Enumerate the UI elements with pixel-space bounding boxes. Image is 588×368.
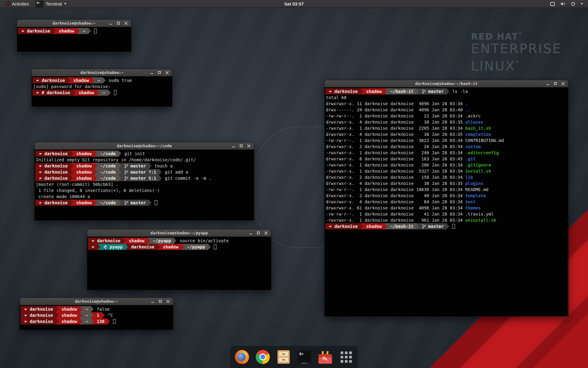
terminal-line: darknoiseshadow~sudo true bbox=[32, 77, 172, 83]
terminal-line: darknoiseshadow~/bash-itmasterls -la bbox=[325, 88, 568, 94]
redhat-icon bbox=[91, 245, 95, 249]
powerline-separator bbox=[157, 244, 160, 250]
terminal-line: drwxrwxr-x. 4 darknoise darknoise 38 Jan… bbox=[325, 180, 568, 186]
ls-entry-meta: drwxrwxr-x. 4 darknoise darknoise 84 Jan… bbox=[326, 199, 465, 204]
volume-icon[interactable] bbox=[560, 2, 566, 6]
powerline-separator bbox=[70, 200, 73, 206]
powerline-separator bbox=[70, 163, 73, 169]
window-titlebar[interactable]: darknoise@shadow:~ bbox=[20, 298, 173, 305]
maximize-icon[interactable] bbox=[553, 82, 557, 86]
powerline-separator bbox=[94, 163, 97, 169]
window-titlebar[interactable]: darknoise@shadow:~/bash-it bbox=[325, 80, 568, 87]
close-icon[interactable] bbox=[124, 21, 128, 25]
maximize-icon[interactable] bbox=[116, 21, 120, 25]
ls-entry-meta: drwxrwxr-x. 11 darknoise darknoise 4096 … bbox=[326, 101, 465, 106]
ls-entry-filename: completion bbox=[465, 132, 491, 137]
command-text: source bin/activate bbox=[179, 238, 228, 244]
prompt-segment-maroon: darknoise bbox=[18, 28, 53, 34]
prompt-segment-gray: ~/code bbox=[97, 175, 119, 181]
firefox-icon[interactable] bbox=[235, 350, 249, 364]
terminal-body[interactable]: darknoiseshadow~ bbox=[17, 27, 131, 34]
terminal-line: -rwxrwxr-x. 1 darknoise darknoise 961 Ja… bbox=[325, 217, 568, 223]
ls-entry-filename: .gitignore bbox=[465, 163, 491, 167]
terminal-body[interactable]: darknoiseshadow~/codegit initInitialized… bbox=[35, 150, 254, 206]
terminal-line: -rwxrwxr-x. 1 darknoise darknoise 240 Ja… bbox=[325, 150, 568, 156]
prompt-segment-maroon: darknoise bbox=[35, 151, 70, 157]
terminal-body[interactable]: darknoiseshadow~falsedarknoiseshadow~1^C… bbox=[20, 305, 173, 324]
powerline-separator bbox=[56, 318, 58, 324]
app-menu[interactable]: $> Terminal bbox=[34, 0, 68, 8]
activities-button[interactable]: Activities bbox=[3, 0, 31, 8]
terminal-body[interactable]: darknoiseshadow~/pyappsource bin/activat… bbox=[87, 237, 271, 250]
ls-entry-meta: drwxrwxr-x. 2 darknoise darknoise 40 Jan… bbox=[326, 193, 465, 198]
app-grid-icon[interactable] bbox=[339, 350, 353, 364]
close-icon[interactable] bbox=[264, 231, 268, 235]
ls-entry-filename: uninstall.sh bbox=[465, 218, 496, 223]
terminal-window: darknoise@shadow:~/pyapp darknoiseshadow… bbox=[87, 229, 271, 290]
brand-line-1: RED HAT bbox=[471, 31, 518, 42]
powerline-separator bbox=[70, 151, 73, 157]
powerline-separator bbox=[77, 28, 80, 34]
power-icon[interactable] bbox=[571, 2, 575, 6]
powerline-separator bbox=[80, 306, 82, 312]
terminal-body[interactable]: darknoiseshadow~/bash-itmasterls -latota… bbox=[325, 87, 568, 229]
close-icon[interactable] bbox=[247, 144, 251, 148]
command-text: git init bbox=[124, 151, 145, 157]
powerline-separator bbox=[73, 90, 76, 96]
terminal-line: 1 file changed, 0 insertions(+), 0 delet… bbox=[35, 187, 254, 194]
redhat-icon bbox=[38, 176, 42, 180]
terminal-body[interactable]: darknoiseshadow~sudo true[sudo] password… bbox=[32, 76, 172, 96]
minimize-icon[interactable] bbox=[151, 299, 155, 303]
terminal-line: drwxrwxr-x. 2 darknoise darknoise 150 Ja… bbox=[325, 174, 568, 180]
maximize-icon[interactable] bbox=[157, 71, 161, 75]
minimize-icon[interactable] bbox=[109, 21, 113, 25]
minimize-icon[interactable] bbox=[249, 231, 253, 235]
powerline-separator bbox=[94, 169, 97, 175]
powerline-separator bbox=[107, 318, 110, 324]
prompt-segment-maroon: darknoise bbox=[21, 318, 56, 324]
ls-entry-meta: -rw-rw-r--. 1 darknoise darknoise 22 Jan… bbox=[326, 113, 465, 118]
prompt-segment-git: master S:1 bbox=[121, 175, 159, 181]
chrome-icon[interactable] bbox=[256, 350, 270, 364]
terminal-cursor bbox=[113, 319, 116, 324]
minimize-icon[interactable] bbox=[150, 71, 154, 75]
maximize-icon[interactable] bbox=[239, 144, 243, 148]
window-titlebar[interactable]: darknoise@shadow:~ bbox=[32, 69, 172, 76]
window-title: darknoise@shadow:~/pyapp bbox=[87, 231, 271, 235]
close-icon[interactable] bbox=[166, 299, 170, 303]
clock[interactable]: Sat 03:57 bbox=[284, 2, 304, 6]
close-icon[interactable] bbox=[165, 71, 169, 75]
minimize-icon[interactable] bbox=[232, 144, 236, 148]
git-icon bbox=[124, 176, 128, 181]
chevron-down-icon[interactable] bbox=[581, 3, 583, 5]
command-text: ^C bbox=[108, 312, 113, 318]
terminal-line: Initialized empty Git repository in /hom… bbox=[35, 157, 254, 163]
close-icon[interactable] bbox=[561, 82, 565, 86]
prompt-segment-maroon: darknoise bbox=[32, 77, 68, 83]
terminal-line: -rwxrwxr-x. 1 darknoise darknoise 2205 J… bbox=[325, 125, 568, 131]
ls-entry-meta: -rw-rw-r--. 1 darknoise darknoise 41 Jan… bbox=[326, 212, 465, 217]
prompt-segment-git: master bbox=[121, 200, 149, 206]
files-icon[interactable] bbox=[277, 350, 291, 364]
terminal-line: darknoiseshadow~false bbox=[21, 306, 173, 312]
chevron-down-icon bbox=[64, 3, 66, 5]
maximize-icon[interactable] bbox=[256, 231, 260, 235]
prompt-segment-maroon: darknoise bbox=[35, 169, 70, 175]
window-titlebar[interactable]: darknoise@shadow:~ bbox=[17, 20, 131, 27]
redhat-icon bbox=[21, 29, 25, 33]
window-titlebar[interactable]: darknoise@shadow:~/pyapp bbox=[87, 229, 271, 237]
powerline-separator bbox=[97, 90, 100, 96]
minimize-icon[interactable] bbox=[546, 82, 550, 86]
terminal-line: drwxrwxr-x. 11 darknoise darknoise 4096 … bbox=[325, 101, 568, 107]
maximize-icon[interactable] bbox=[158, 299, 162, 303]
display-icon[interactable] bbox=[550, 2, 555, 6]
window-titlebar[interactable]: darknoise@shadow:~/code bbox=[35, 142, 254, 150]
toolbox-icon[interactable] bbox=[318, 350, 332, 364]
prompt-segment-git: master bbox=[419, 88, 447, 94]
ls-entry-meta: -rwxrwxr-x. 1 darknoise darknoise 240 Ja… bbox=[326, 150, 465, 155]
powerline-separator bbox=[416, 223, 419, 229]
terminal-icon[interactable]: $> bbox=[297, 350, 311, 364]
terminal-window: darknoise@shadow:~ darknoiseshadow~ bbox=[17, 20, 131, 52]
prompt-segment-gray: ~ bbox=[82, 306, 91, 312]
terminal-line: total 68 bbox=[325, 94, 568, 101]
